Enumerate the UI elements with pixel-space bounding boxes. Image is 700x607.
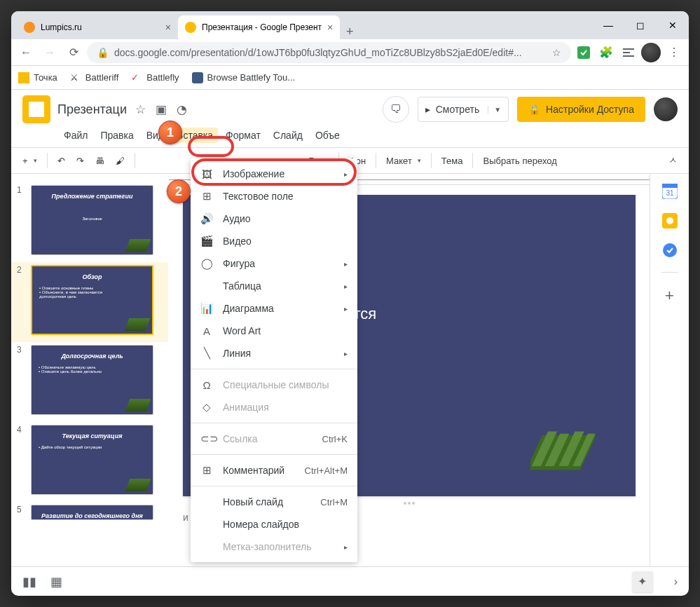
account-avatar[interactable]	[654, 97, 678, 121]
menu-item-icon: A	[200, 325, 213, 337]
menu-item-icon: ⊂⊃	[200, 432, 213, 445]
svg-rect-11	[662, 184, 678, 188]
collapse-sidepanel-icon[interactable]: ›	[674, 575, 678, 588]
slide-thumb[interactable]: 1 Предложение стратегииЗаголовок	[11, 182, 168, 262]
slide-thumb[interactable]: 4 Текущая ситуация• Дайте обзор текущей …	[11, 422, 168, 502]
reading-list-icon[interactable]	[619, 43, 638, 62]
chevron-down-icon[interactable]: ▼	[488, 106, 501, 114]
callout-badge-1: 1	[158, 121, 182, 144]
layout-button[interactable]: Макет	[382, 153, 425, 169]
slide-thumb[interactable]: 3 Долгосрочная цель• Обозначьте желаемую…	[11, 342, 168, 422]
maze-graphic	[125, 399, 151, 411]
collapse-toolbar-icon[interactable]: ㅅ	[664, 151, 682, 170]
extension-icon[interactable]	[574, 43, 593, 62]
share-button[interactable]: 🔒 Настройки Доступа	[517, 97, 645, 122]
move-doc-icon[interactable]: ▣	[156, 102, 167, 117]
filmstrip-view-icon[interactable]: ▮▮	[22, 574, 36, 589]
close-tab-icon[interactable]: ×	[327, 22, 333, 33]
document-title[interactable]: Презентаци	[57, 102, 127, 117]
browser-tab-active[interactable]: Презентация - Google Презент ×	[178, 15, 340, 39]
print-button[interactable]: 🖶	[91, 153, 109, 169]
menu-item-label: Аудио	[223, 213, 251, 224]
menu-format[interactable]: Формат	[221, 128, 266, 143]
new-tab-button[interactable]: +	[340, 25, 359, 39]
undo-button[interactable]: ↶	[53, 153, 69, 169]
svg-text:31: 31	[666, 189, 674, 197]
bookmark-item[interactable]: Browse Battlefy Tou...	[192, 72, 296, 83]
slides-logo-icon[interactable]	[22, 95, 50, 123]
slide-thumbnails-panel[interactable]: 1 Предложение стратегииЗаголовок 2 Обзор…	[11, 174, 169, 566]
maximize-button[interactable]: ◻	[624, 11, 657, 39]
menu-item[interactable]: ⊞КомментарийCtrl+Alt+M	[191, 459, 357, 482]
notes-drag-handle[interactable]	[392, 502, 427, 506]
menu-edit[interactable]: Правка	[95, 128, 138, 143]
menu-item-label: Метка-заполнитель	[223, 541, 311, 552]
add-addon-icon[interactable]: +	[662, 287, 678, 302]
menu-item[interactable]: ╲Линия▸	[191, 342, 357, 364]
menu-item[interactable]: 🖼Изображение▸	[191, 163, 357, 185]
redo-button[interactable]: ↷	[72, 153, 88, 169]
extensions-icon[interactable]: 🧩	[596, 43, 616, 62]
tasks-icon[interactable]	[662, 243, 678, 258]
menu-item-icon: ╲	[200, 347, 213, 360]
address-bar: ← → ⟳ 🔒 docs.google.com/presentation/d/1…	[11, 39, 689, 66]
menu-item[interactable]: 📊Диаграмма▸	[191, 297, 357, 320]
bookmark-star-icon[interactable]: ☆	[552, 47, 561, 58]
paint-format-button[interactable]: 🖌	[111, 153, 129, 169]
grid-view-icon[interactable]: ▦	[50, 574, 62, 589]
menu-item[interactable]: ◯Фигура▸	[191, 252, 357, 275]
url-field[interactable]: 🔒 docs.google.com/presentation/d/1owJT6b…	[87, 42, 571, 63]
calendar-icon[interactable]: 31	[662, 184, 678, 199]
forward-button[interactable]: →	[39, 42, 60, 63]
explore-button[interactable]: ✦	[632, 571, 653, 592]
menu-slide[interactable]: Слайд	[268, 128, 308, 143]
profile-avatar[interactable]	[641, 43, 661, 62]
menu-item[interactable]: 🔊Аудио	[191, 207, 357, 230]
menu-item-label: Фигура	[223, 258, 255, 269]
svg-point-15	[663, 243, 677, 257]
bookmark-label: Battleriff	[85, 72, 118, 83]
transition-button[interactable]: Выбрать переход	[479, 153, 561, 169]
menu-item-icon: ⊞	[200, 464, 213, 477]
theme-button[interactable]: Тема	[437, 153, 467, 169]
menu-item-shortcut: Ctrl+Alt+M	[305, 465, 348, 476]
new-slide-button[interactable]: +	[18, 153, 41, 169]
bookmark-item[interactable]: Точка	[18, 72, 57, 83]
menu-item[interactable]: 🎬Видео	[191, 230, 357, 252]
menu-item[interactable]: Номера слайдов	[191, 513, 357, 536]
thumb-number: 1	[17, 185, 24, 255]
menu-arrange[interactable]: Объе	[310, 128, 345, 143]
share-label: Настройки Доступа	[546, 104, 634, 115]
menu-item-label: Линия	[223, 348, 251, 359]
star-doc-icon[interactable]: ☆	[135, 102, 146, 117]
menu-item[interactable]: ⊞Текстовое поле	[191, 185, 357, 207]
menu-item[interactable]: Новый слайдCtrl+M	[191, 491, 357, 513]
minimize-button[interactable]: —	[592, 11, 624, 39]
present-button[interactable]: ▸ Смотреть ▼	[418, 97, 509, 122]
browser-menu-icon[interactable]: ⋮	[664, 42, 685, 63]
slide-thumb-active[interactable]: 2 Обзор• Опишите основные планы • Объясн…	[11, 262, 168, 342]
menu-item-icon: ◯	[200, 257, 213, 270]
back-button[interactable]: ←	[15, 42, 36, 63]
bookmark-label: Battlefly	[146, 72, 179, 83]
menu-item-label: Номера слайдов	[223, 519, 299, 530]
bookmark-label: Точка	[34, 72, 57, 83]
reload-button[interactable]: ⟳	[63, 42, 84, 63]
menu-item[interactable]: AWord Art	[191, 320, 357, 342]
app-header: Презентаци ☆ ▣ ◔ 🗨 ▸ Смотреть ▼ 🔒	[11, 90, 689, 147]
bookmark-item[interactable]: ⚔Battleriff	[70, 72, 118, 83]
thumb-body: • Обозначьте желаемую цель • Опишите цел…	[39, 365, 146, 374]
bottom-bar: ▮▮ ▦ ✦ ›	[11, 566, 689, 596]
bookmark-item[interactable]: ✓Battlefly	[131, 72, 179, 83]
close-window-button[interactable]: ✕	[657, 11, 689, 39]
close-tab-icon[interactable]: ×	[165, 22, 171, 33]
menu-file[interactable]: Файл	[59, 128, 92, 143]
menu-item[interactable]: Таблица▸	[191, 275, 357, 297]
keep-icon[interactable]	[662, 213, 678, 229]
thumb-number: 5	[17, 505, 24, 520]
slide-thumb[interactable]: 5 Развитие до сегодняшнего дня	[11, 502, 168, 527]
comments-button[interactable]: 🗨	[383, 96, 409, 123]
menu-item: ⊂⊃СсылкаCtrl+K	[191, 428, 357, 450]
browser-tab[interactable]: Lumpics.ru ×	[17, 15, 178, 39]
doc-status-icon[interactable]: ◔	[177, 102, 187, 117]
